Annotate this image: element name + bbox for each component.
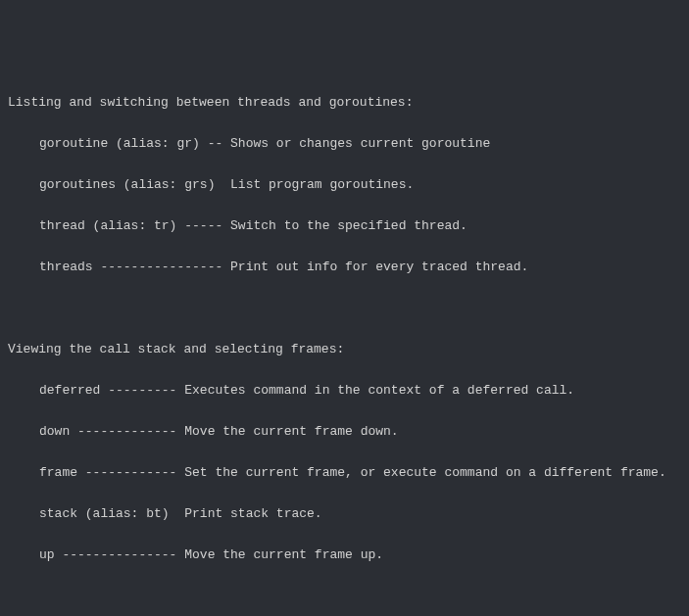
section-header-stack: Viewing the call stack and selecting fra… [8,339,681,359]
section-header-threads: Listing and switching between threads an… [8,92,681,113]
cmd-frame: frame ------------ Set the current frame… [8,462,681,483]
cmd-goroutine: goroutine (alias: gr) -- Shows or change… [8,133,681,154]
cmd-up: up --------------- Move the current fram… [8,545,681,565]
cmd-goroutines: goroutines (alias: grs) List program gor… [8,174,681,195]
cmd-stack: stack (alias: bt) Print stack trace. [8,503,681,524]
cmd-threads: threads ---------------- Print out info … [8,257,681,277]
cmd-thread: thread (alias: tr) ----- Switch to the s… [8,215,681,236]
blank-line [8,586,681,606]
cmd-down: down ------------- Move the current fram… [8,421,681,442]
blank-line [8,298,681,318]
cmd-deferred: deferred --------- Executes command in t… [8,380,681,401]
